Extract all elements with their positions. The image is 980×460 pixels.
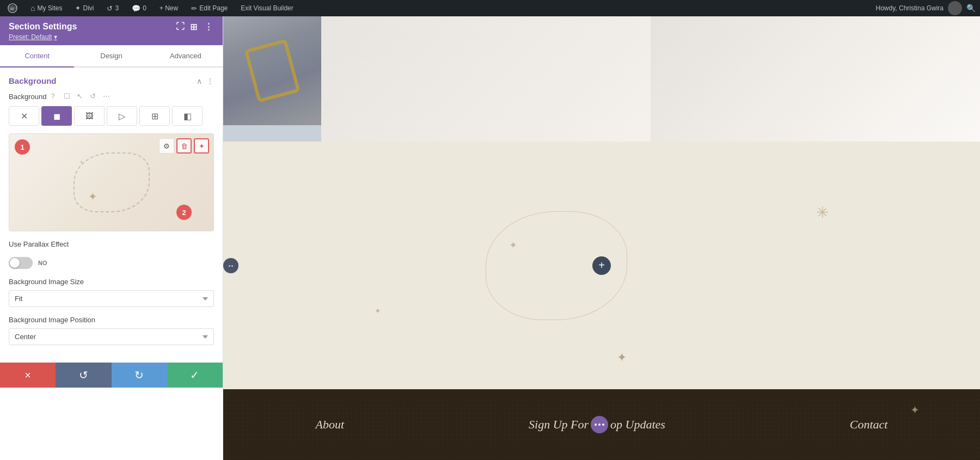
tab-advanced[interactable]: Advanced (149, 45, 223, 68)
background-section-title: Background (9, 76, 57, 85)
footer-signup-link[interactable]: Sign Up For op Updates (529, 416, 665, 433)
chain-decoration (223, 16, 321, 125)
footer-signup-text: Sign Up For (529, 418, 589, 432)
canvas-middle-section: ↔ ✳ ✦ ◆ ✦ + (223, 142, 980, 389)
my-sites-menu[interactable]: ⌂ My Sites (27, 0, 65, 16)
footer-contact-link[interactable]: Contact (850, 418, 888, 432)
collapse-icon[interactable]: ∧ (197, 77, 202, 85)
main-area: Section Settings ⛶ ⊞ ⋮ Preset: Default ▾… (0, 16, 980, 460)
canvas-chain-image (223, 16, 321, 125)
background-field-label: Background (9, 93, 46, 101)
image-preview-container: ✦ + 1 ⚙ 🗑 ✦ 2 (9, 133, 214, 231)
footer-star: ✦ (910, 403, 920, 416)
bg-image-size-field: Background Image Size Fit Cover Contain … (9, 278, 214, 307)
canvas-add-button[interactable]: + (592, 256, 611, 275)
footer-about-link[interactable]: About (315, 418, 344, 432)
background-section-header: Background ∧ ⋮ (9, 76, 214, 85)
bg-type-image[interactable]: 🖼 (74, 106, 105, 126)
dot-menu-dots (595, 424, 604, 426)
cursor-icon[interactable]: ↖ (77, 92, 85, 101)
section-more-icon[interactable]: ⋮ (206, 77, 214, 85)
divi-menu[interactable]: ✦ Divi (72, 0, 97, 16)
wordpress-icon: W (8, 3, 17, 13)
parallax-toggle-row: Use Parallax Effect (9, 240, 214, 248)
resize-handle[interactable]: ↔ (223, 258, 238, 273)
parallax-label: Use Parallax Effect (9, 240, 214, 248)
bg-type-none[interactable]: ✕ (9, 106, 39, 126)
preview-blob: ✦ + (74, 152, 150, 212)
toggle-state-label: NO (38, 260, 47, 266)
admin-bar: W ⌂ My Sites ✦ Divi ↺ 3 💬 0 + New ✏ Edit… (0, 0, 980, 16)
fullscreen-icon[interactable]: ⛶ (176, 22, 186, 32)
image-controls: ⚙ 🗑 ✦ (159, 138, 209, 154)
columns-icon[interactable]: ⊞ (190, 22, 200, 32)
image-settings-icon[interactable]: ⚙ (159, 138, 174, 154)
search-icon[interactable]: 🔍 (966, 4, 976, 13)
canvas-top-right (321, 16, 980, 142)
dot-2 (598, 424, 601, 426)
tab-design[interactable]: Design (74, 45, 148, 68)
more-options-icon[interactable]: ⋮ (204, 22, 214, 32)
canvas-right-image (651, 16, 980, 142)
preview-star-2: + (80, 159, 83, 165)
parallax-toggle[interactable] (9, 257, 33, 269)
bg-image-position-label: Background Image Position (9, 316, 214, 324)
new-label: + New (160, 4, 178, 12)
comment-count: 0 (143, 4, 146, 12)
divi-label: Divi (83, 4, 94, 12)
badge-2: 2 (176, 205, 192, 220)
background-label-row: Background ? ☐ ↖ ↺ ⋯ (9, 92, 214, 101)
dot-3 (602, 424, 604, 426)
bg-type-pattern[interactable]: ⊞ (139, 106, 170, 126)
exit-builder-label: Exit Visual Builder (241, 4, 293, 12)
bg-type-color[interactable]: ◼ (41, 106, 72, 126)
avatar (948, 1, 962, 15)
panel-preset[interactable]: Preset: Default ▾ (9, 33, 214, 41)
panel-title-text: Section Settings (9, 22, 77, 32)
image-reset-icon[interactable]: ✦ (194, 138, 209, 154)
canvas-area: ↔ ✳ ✦ ◆ ✦ + About Sign Up For (223, 16, 980, 460)
preview-star-1: ✦ (88, 190, 97, 203)
svg-text:W: W (10, 7, 14, 11)
wordpress-logo[interactable]: W (4, 0, 21, 16)
badge-1: 1 (15, 139, 30, 155)
star-small-2: ◆ (511, 241, 516, 248)
bg-image-size-label: Background Image Size (9, 278, 214, 286)
star-small-1: ✦ (375, 306, 381, 315)
redo-button[interactable]: ↻ (112, 363, 167, 388)
bottom-toolbar: × ↺ ↻ ✓ (0, 363, 223, 388)
bg-image-size-select[interactable]: Fit Cover Contain Actual Size Custom (9, 290, 214, 307)
panel-content: Background ∧ ⋮ Background ? ☐ ↖ ↺ ⋯ ✕ ◼ … (0, 68, 223, 363)
edit-page-label: Edit Page (199, 4, 228, 12)
comments-count: 3 (115, 4, 119, 12)
new-button[interactable]: + New (156, 0, 181, 16)
bg-type-mask[interactable]: ◧ (172, 106, 203, 126)
dot-1 (595, 424, 597, 426)
mobile-icon[interactable]: ☐ (64, 92, 72, 101)
more-bg-icon[interactable]: ⋯ (103, 92, 112, 101)
toggle-knob (10, 258, 20, 268)
reset-icon[interactable]: ↺ (90, 92, 99, 101)
image-delete-icon[interactable]: 🗑 (176, 138, 192, 154)
panel-title-row: Section Settings ⛶ ⊞ ⋮ (9, 22, 214, 32)
edit-page-button[interactable]: ✏ Edit Page (188, 0, 231, 16)
star-large: ✳ (816, 204, 829, 222)
bg-type-video[interactable]: ▷ (107, 106, 137, 126)
save-button[interactable]: ✓ (167, 363, 223, 388)
section-actions: ∧ ⋮ (197, 77, 214, 85)
bg-image-position-select[interactable]: Center Top Left Top Center Top Right Cen… (9, 328, 214, 345)
comment-bubble[interactable]: 💬 0 (128, 0, 150, 16)
help-icon[interactable]: ? (51, 92, 59, 101)
exit-builder-button[interactable]: Exit Visual Builder (237, 0, 297, 16)
admin-bar-right: Howdy, Christina Gwira 🔍 (876, 1, 976, 15)
cancel-button[interactable]: × (0, 363, 56, 388)
panel-title-icons: ⛶ ⊞ ⋮ (176, 22, 214, 32)
section-settings-panel: Section Settings ⛶ ⊞ ⋮ Preset: Default ▾… (0, 16, 223, 460)
parallax-toggle-control: NO (9, 257, 214, 269)
star-bottom: ✦ (617, 351, 627, 365)
comments-menu[interactable]: ↺ 3 (103, 0, 122, 16)
undo-button[interactable]: ↺ (56, 363, 111, 388)
canvas-top-section (223, 16, 980, 142)
tab-content[interactable]: Content (0, 45, 74, 68)
footer-dot-menu[interactable] (591, 416, 608, 433)
